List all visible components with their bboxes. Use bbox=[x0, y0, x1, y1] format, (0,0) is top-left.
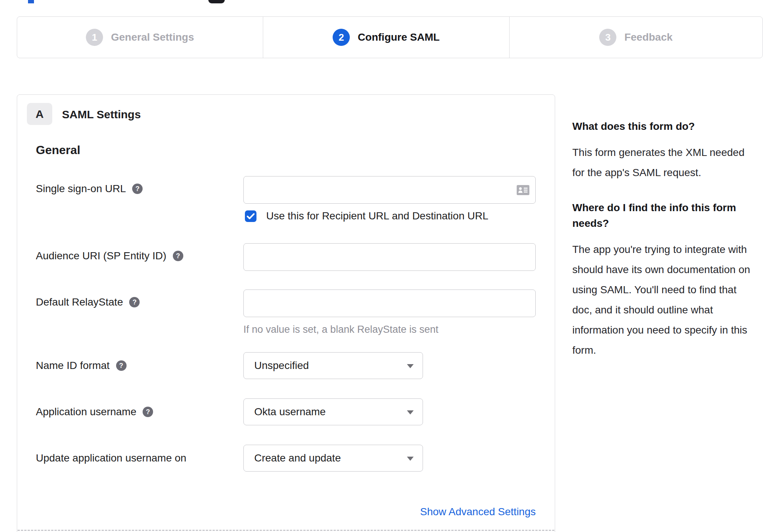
field-label-text: Update application username on bbox=[36, 452, 186, 464]
help-icon[interactable]: ? bbox=[143, 407, 153, 417]
application-username-select[interactable]: Okta username bbox=[243, 398, 423, 425]
field-label-text: Name ID format bbox=[36, 360, 110, 372]
audience-uri-input[interactable] bbox=[243, 243, 536, 271]
field-label-sso-url: Single sign-on URL ? bbox=[36, 183, 143, 195]
stepper-step-general-settings[interactable]: 1 General Settings bbox=[17, 17, 263, 58]
recipient-destination-checkbox[interactable] bbox=[245, 210, 256, 222]
help-body-where: The app you're trying to integrate with … bbox=[572, 240, 759, 360]
help-sidebar: What does this form do? This form genera… bbox=[572, 119, 759, 378]
chevron-down-icon bbox=[407, 364, 414, 368]
field-label-text: Audience URI (SP Entity ID) bbox=[36, 250, 167, 262]
field-label-text: Default RelayState bbox=[36, 296, 123, 308]
page-title-fragment bbox=[28, 0, 34, 3]
help-body-what: This form generates the XML needed for t… bbox=[572, 143, 759, 183]
select-value: Okta username bbox=[254, 406, 326, 418]
step-number-badge: 3 bbox=[599, 29, 616, 46]
relaystate-hint: If no value is set, a blank RelayState i… bbox=[243, 324, 438, 335]
name-id-format-select[interactable]: Unspecified bbox=[243, 352, 423, 379]
checkmark-icon bbox=[247, 213, 255, 219]
stepper-step-configure-saml[interactable]: 2 Configure SAML bbox=[263, 17, 509, 58]
field-label-name-id-format: Name ID format ? bbox=[36, 360, 127, 372]
chevron-down-icon bbox=[407, 457, 414, 461]
step-label: Feedback bbox=[624, 31, 672, 43]
step-label: Configure SAML bbox=[358, 31, 439, 43]
section-dashed-divider bbox=[18, 530, 554, 531]
sso-url-input[interactable] bbox=[243, 176, 536, 204]
show-advanced-settings-link[interactable]: Show Advanced Settings bbox=[243, 506, 536, 518]
group-title: General bbox=[36, 143, 80, 157]
saml-settings-panel: A SAML Settings General Single sign-on U… bbox=[17, 94, 555, 532]
step-number-badge: 2 bbox=[333, 29, 350, 46]
contact-card-icon[interactable] bbox=[517, 185, 529, 195]
stepper-step-feedback[interactable]: 3 Feedback bbox=[509, 17, 762, 58]
help-icon[interactable]: ? bbox=[129, 297, 140, 307]
gear-icon-fragment bbox=[208, 0, 225, 3]
field-label-audience-uri: Audience URI (SP Entity ID) ? bbox=[36, 250, 183, 262]
help-heading-where: Where do I find the info this form needs… bbox=[572, 200, 759, 231]
help-icon[interactable]: ? bbox=[173, 251, 183, 261]
wizard-stepper: 1 General Settings 2 Configure SAML 3 Fe… bbox=[17, 16, 763, 58]
help-icon[interactable]: ? bbox=[116, 360, 127, 371]
field-label-update-username-on: Update application username on bbox=[36, 452, 186, 464]
field-label-default-relaystate: Default RelayState ? bbox=[36, 296, 140, 308]
chevron-down-icon bbox=[407, 410, 414, 414]
field-label-text: Single sign-on URL bbox=[36, 183, 126, 195]
help-heading-what: What does this form do? bbox=[572, 119, 759, 134]
section-letter-badge: A bbox=[27, 103, 52, 125]
select-value: Create and update bbox=[254, 452, 341, 464]
step-number-badge: 1 bbox=[86, 29, 103, 46]
default-relaystate-input[interactable] bbox=[243, 290, 536, 317]
section-title: SAML Settings bbox=[62, 108, 141, 121]
step-label: General Settings bbox=[111, 31, 194, 43]
select-value: Unspecified bbox=[254, 360, 309, 372]
field-label-text: Application username bbox=[36, 406, 136, 418]
field-label-application-username: Application username ? bbox=[36, 406, 153, 418]
checkbox-label: Use this for Recipient URL and Destinati… bbox=[266, 210, 488, 222]
update-username-on-select[interactable]: Create and update bbox=[243, 445, 423, 472]
help-icon[interactable]: ? bbox=[132, 184, 143, 194]
